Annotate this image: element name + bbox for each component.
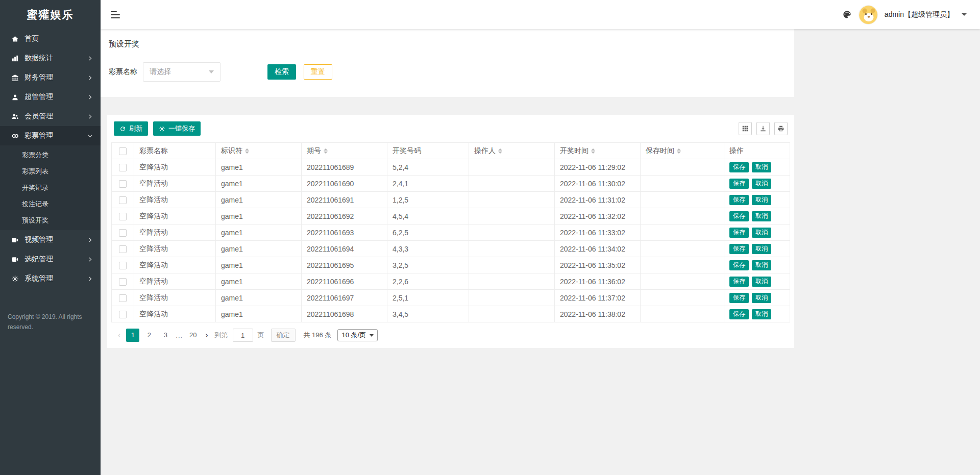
table-panel: 刷新 一键保存 彩票名称标识符期号开奖号码操作人开奖时间保存时间操作 空降活动g… bbox=[107, 115, 794, 348]
sidebar-item-finance[interactable]: 财务管理 bbox=[0, 68, 101, 87]
sort-icon[interactable] bbox=[324, 148, 328, 154]
select-all-checkbox[interactable] bbox=[119, 147, 127, 155]
print-button[interactable] bbox=[774, 122, 788, 135]
cell-draw_time: 2022-11-06 11:32:02 bbox=[555, 208, 641, 224]
page-number-button[interactable]: 3 bbox=[159, 329, 172, 342]
sidebar-item-lottery[interactable]: 彩票管理 bbox=[0, 126, 101, 145]
chevron-right-icon bbox=[87, 75, 93, 81]
sidebar-item-home[interactable]: 首页 bbox=[0, 29, 101, 48]
reset-button[interactable]: 重置 bbox=[304, 64, 332, 80]
row-cancel-button[interactable]: 取消 bbox=[752, 228, 771, 238]
table-row: 空降活动game12022110616944,3,32022-11-06 11:… bbox=[112, 241, 790, 257]
page-number-button[interactable]: 1 bbox=[126, 329, 139, 342]
cell-issue: 202211061695 bbox=[302, 257, 387, 273]
page-jump-input[interactable] bbox=[233, 329, 253, 342]
menu-toggle-icon[interactable] bbox=[109, 9, 122, 20]
row-save-button[interactable]: 保存 bbox=[729, 195, 749, 205]
lottery-name-select[interactable]: 请选择 bbox=[143, 62, 220, 82]
page-ellipsis: ... bbox=[176, 332, 183, 339]
sort-icon[interactable] bbox=[498, 148, 502, 154]
column-header[interactable]: 开奖时间 bbox=[555, 143, 641, 159]
sidebar-item-concubine[interactable]: 选妃管理 bbox=[0, 249, 101, 269]
sidebar-item-members[interactable]: 会员管理 bbox=[0, 107, 101, 126]
row-cancel-button[interactable]: 取消 bbox=[752, 309, 771, 319]
column-header[interactable]: 标识符 bbox=[216, 143, 302, 159]
sidebar-item-stats[interactable]: 数据统计 bbox=[0, 48, 101, 68]
row-cancel-button[interactable]: 取消 bbox=[752, 293, 771, 303]
cell-numbers: 3,2,5 bbox=[387, 257, 469, 273]
row-save-button[interactable]: 保存 bbox=[729, 179, 749, 189]
row-checkbox[interactable] bbox=[119, 311, 127, 318]
row-save-button[interactable]: 保存 bbox=[729, 277, 749, 287]
row-cancel-button[interactable]: 取消 bbox=[752, 211, 771, 221]
sidebar-subitem-lottery-list[interactable]: 彩票列表 bbox=[0, 163, 101, 180]
row-save-button[interactable]: 保存 bbox=[729, 244, 749, 254]
chevron-down-icon bbox=[87, 133, 93, 139]
row-cancel-button[interactable]: 取消 bbox=[752, 260, 771, 270]
row-checkbox[interactable] bbox=[119, 229, 127, 237]
row-checkbox[interactable] bbox=[119, 164, 127, 171]
cell-save_time bbox=[641, 306, 724, 322]
cell-code: game1 bbox=[216, 290, 302, 306]
row-save-button[interactable]: 保存 bbox=[729, 211, 749, 221]
row-cancel-button[interactable]: 取消 bbox=[752, 195, 771, 205]
column-header: 彩票名称 bbox=[134, 143, 216, 159]
sort-icon[interactable] bbox=[591, 148, 595, 154]
row-checkbox[interactable] bbox=[119, 213, 127, 220]
sidebar-item-video[interactable]: 视频管理 bbox=[0, 230, 101, 249]
row-save-button[interactable]: 保存 bbox=[729, 293, 749, 303]
cell-issue: 202211061689 bbox=[302, 159, 387, 176]
video-icon bbox=[11, 255, 19, 263]
row-cancel-button[interactable]: 取消 bbox=[752, 244, 771, 254]
confirm-page-button[interactable]: 确定 bbox=[271, 329, 296, 342]
row-checkbox[interactable] bbox=[119, 262, 127, 269]
refresh-button[interactable]: 刷新 bbox=[114, 121, 148, 136]
row-checkbox[interactable] bbox=[119, 180, 127, 188]
export-button[interactable] bbox=[756, 122, 770, 135]
column-header[interactable]: 期号 bbox=[302, 143, 387, 159]
row-checkbox[interactable] bbox=[119, 196, 127, 204]
cell-draw_time: 2022-11-06 11:35:02 bbox=[555, 257, 641, 273]
cell-operator bbox=[469, 208, 555, 224]
users-icon bbox=[11, 112, 19, 120]
theme-icon[interactable] bbox=[842, 10, 852, 19]
cell-issue: 202211061698 bbox=[302, 306, 387, 322]
row-save-button[interactable]: 保存 bbox=[729, 228, 749, 238]
sidebar-item-admins[interactable]: 超管管理 bbox=[0, 87, 101, 107]
sort-icon[interactable] bbox=[677, 148, 681, 154]
user-menu[interactable]: admin【超级管理员】 bbox=[885, 10, 954, 19]
column-header[interactable]: 保存时间 bbox=[641, 143, 724, 159]
avatar[interactable] bbox=[859, 5, 878, 24]
save-all-button[interactable]: 一键保存 bbox=[153, 121, 201, 136]
row-cancel-button[interactable]: 取消 bbox=[752, 179, 771, 189]
brand-logo: 蜜獾娱乐 bbox=[0, 0, 101, 29]
sidebar-subitem-preset-draw[interactable]: 预设开奖 bbox=[0, 212, 101, 229]
row-checkbox[interactable] bbox=[119, 278, 127, 286]
row-cancel-button[interactable]: 取消 bbox=[752, 162, 771, 172]
toggle-columns-button[interactable] bbox=[739, 122, 752, 135]
next-page-button[interactable]: › bbox=[201, 329, 212, 342]
row-cancel-button[interactable]: 取消 bbox=[752, 277, 771, 287]
row-checkbox[interactable] bbox=[119, 245, 127, 253]
page-number-button[interactable]: 20 bbox=[186, 329, 200, 342]
row-save-button[interactable]: 保存 bbox=[729, 309, 749, 319]
column-header[interactable]: 操作人 bbox=[469, 143, 555, 159]
cell-actions: 保存取消 bbox=[724, 306, 790, 322]
page-number-button[interactable]: 2 bbox=[142, 329, 156, 342]
cell-issue: 202211061691 bbox=[302, 192, 387, 208]
sort-icon[interactable] bbox=[245, 148, 249, 154]
page-size-select[interactable]: 10 条/页 bbox=[337, 329, 378, 341]
row-checkbox[interactable] bbox=[119, 294, 127, 302]
cell-checkbox bbox=[112, 192, 134, 208]
pagination: ‹ 1 2 3 ... 20 › 到第 页 确定 共 196 条 10 条/页 bbox=[111, 329, 790, 342]
sidebar-item-system[interactable]: 系统管理 bbox=[0, 269, 101, 288]
sidebar-subitem-bet-records[interactable]: 投注记录 bbox=[0, 196, 101, 212]
row-save-button[interactable]: 保存 bbox=[729, 162, 749, 172]
prev-page-button[interactable]: ‹ bbox=[114, 329, 125, 342]
row-save-button[interactable]: 保存 bbox=[729, 260, 749, 270]
gear-icon bbox=[11, 274, 19, 283]
search-button[interactable]: 检索 bbox=[267, 64, 296, 80]
home-icon bbox=[11, 35, 19, 43]
sidebar-subitem-lottery-category[interactable]: 彩票分类 bbox=[0, 147, 101, 163]
sidebar-subitem-draw-records[interactable]: 开奖记录 bbox=[0, 180, 101, 196]
